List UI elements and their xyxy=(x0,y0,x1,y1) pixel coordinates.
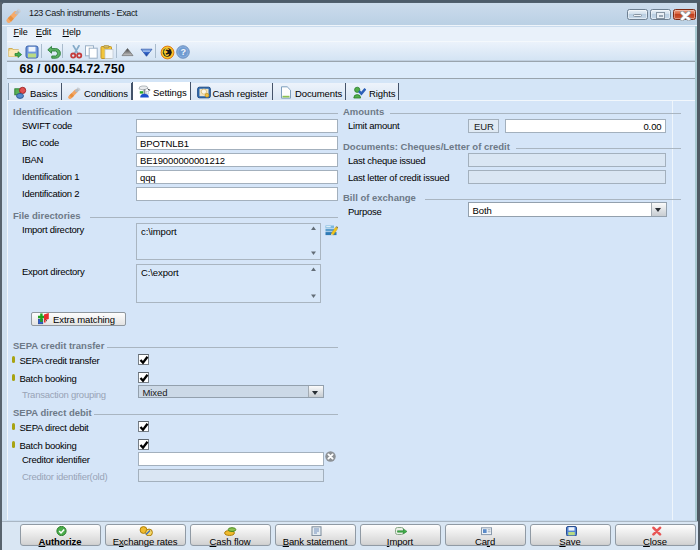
svg-text:€: € xyxy=(163,46,169,57)
svg-text:?: ? xyxy=(180,47,185,57)
